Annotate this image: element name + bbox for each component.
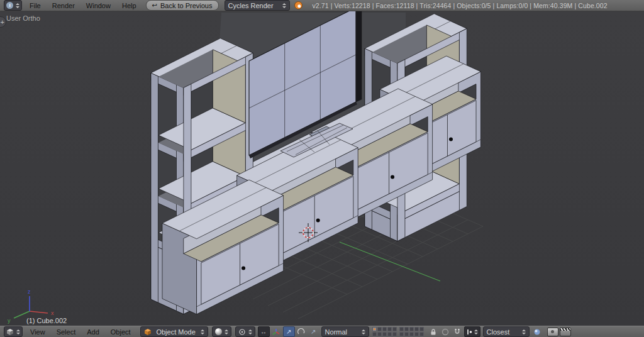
menu-help[interactable]: Help [116, 2, 142, 9]
shading-sphere-icon [215, 328, 222, 335]
axis-tripod-icon [272, 328, 280, 336]
object-mode-cube-icon [144, 328, 152, 336]
layer-toggle[interactable] [382, 327, 387, 331]
lock-to-scene-button[interactable] [428, 327, 439, 336]
back-to-previous-label: Back to Previous [160, 2, 213, 9]
snap-element-spinner-arrows [474, 329, 478, 334]
layer-toggle[interactable] [387, 332, 392, 336]
snap-element-button[interactable] [464, 326, 480, 337]
pivot-point-icon [238, 328, 246, 336]
opengl-render-animation-button[interactable] [560, 328, 571, 336]
view3d-header: View Select Add Object Object Mode ↔ ↗ [0, 326, 644, 337]
snap-element-icon [467, 328, 472, 336]
back-arrow-icon: ↩ [152, 3, 157, 9]
info-editor-icon: i [6, 2, 13, 9]
scale-arrow-icon: ↗ [311, 329, 316, 335]
menu-view[interactable]: View [25, 328, 51, 336]
layer-toggle[interactable] [409, 327, 414, 331]
menu-object[interactable]: Object [105, 328, 136, 336]
blender-logo-icon [294, 1, 303, 9]
axis-label: x [51, 310, 54, 316]
menu-file[interactable]: File [24, 2, 47, 9]
orientation-spinner-arrows [362, 329, 365, 334]
editor-type-button-3d[interactable] [4, 326, 23, 337]
editor-spinner-arrows-3d [16, 329, 20, 334]
viewport-shading-select[interactable] [212, 326, 231, 337]
snap-align-button[interactable] [532, 327, 543, 336]
layer-toggle[interactable] [372, 332, 377, 336]
back-to-previous-button[interactable]: ↩ Back to Previous [146, 0, 219, 11]
opengl-render-button[interactable] [547, 328, 558, 336]
scene-stats: v2.71 | Verts:12218 | Faces:12118 | Tris… [313, 2, 608, 9]
render-engine-value: Cycles Render [228, 2, 274, 9]
magnet-icon [453, 328, 461, 336]
mode-value: Object Mode [156, 328, 195, 336]
rotate-manipulator-button[interactable] [296, 327, 307, 336]
snap-align-icon [533, 328, 541, 336]
view-mode-label: User Ortho [6, 14, 40, 22]
pivot-point-select[interactable] [235, 326, 255, 337]
layer-toggle[interactable] [399, 327, 404, 331]
manipulator-axes-button[interactable] [271, 327, 282, 336]
layer-toggle[interactable] [382, 332, 387, 336]
layer-toggle[interactable] [419, 332, 424, 336]
axis-label: y [8, 318, 11, 324]
snap-target-select[interactable]: Closest [483, 326, 530, 337]
snap-toggle-button[interactable] [452, 327, 463, 336]
layers-widget-left[interactable] [372, 327, 397, 336]
editor-spinner-arrows [16, 3, 19, 8]
viewport-3d[interactable]: xyz User Ortho (1) Cube.002 + [0, 11, 644, 326]
layer-toggle[interactable] [377, 332, 382, 336]
pivot-spinner-arrows [248, 329, 252, 334]
layer-toggle[interactable] [377, 327, 382, 331]
rotate-arc-icon [297, 328, 305, 336]
lock-icon [430, 328, 437, 336]
menu-render[interactable]: Render [47, 2, 80, 9]
editor-type-button[interactable]: i [4, 0, 22, 11]
axis-label: z [28, 289, 31, 295]
engine-spinner-arrows [282, 3, 286, 8]
layer-toggle[interactable] [392, 332, 397, 336]
menu-add[interactable]: Add [81, 328, 105, 336]
manipulator-icon: ↔ [260, 329, 267, 335]
snap-target-spinner-arrows [522, 329, 526, 334]
active-object-label: (1) Cube.002 [26, 317, 67, 324]
translate-arrow-icon: ↗ [286, 329, 291, 335]
snap-target-value: Closest [487, 328, 510, 336]
layer-toggle[interactable] [404, 332, 409, 336]
layer-toggle[interactable] [414, 327, 419, 331]
layer-toggle[interactable] [414, 332, 419, 336]
proportional-editing-button[interactable] [440, 327, 451, 336]
layer-toggle[interactable] [372, 327, 377, 331]
translate-manipulator-button[interactable]: ↗ [283, 326, 295, 337]
info-header: i File Render Window Help ↩ Back to Prev… [0, 0, 644, 11]
viewport-editor-icon [6, 328, 14, 336]
layer-toggle[interactable] [387, 327, 392, 331]
scale-manipulator-button[interactable]: ↗ [308, 327, 319, 336]
menu-window[interactable]: Window [80, 2, 116, 9]
layer-toggle[interactable] [399, 332, 404, 336]
orientation-value: Normal [325, 328, 347, 336]
layers-widget-right[interactable] [399, 327, 424, 336]
layer-toggle[interactable] [419, 327, 424, 331]
proportional-circle-icon [441, 328, 449, 336]
shading-spinner-arrows [225, 329, 228, 334]
mode-select[interactable]: Object Mode [140, 326, 208, 337]
layer-toggle[interactable] [392, 327, 397, 331]
layer-toggle[interactable] [409, 332, 414, 336]
layer-toggle[interactable] [404, 327, 409, 331]
menu-select[interactable]: Select [51, 328, 82, 336]
orientation-select[interactable]: Normal [321, 326, 369, 337]
manipulator-toggle-button[interactable]: ↔ [258, 326, 270, 337]
mode-spinner-arrows [201, 329, 204, 334]
render-engine-select[interactable]: Cycles Render [225, 0, 290, 11]
viewport-scene[interactable]: xyz [0, 11, 644, 326]
